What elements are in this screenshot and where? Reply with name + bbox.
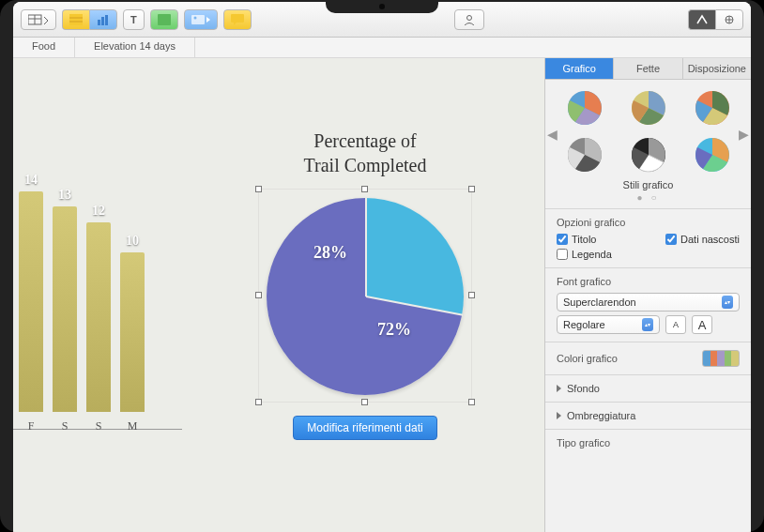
svg-point-13	[467, 15, 472, 20]
format-group	[688, 9, 743, 30]
resize-handle[interactable]	[361, 186, 368, 192]
svg-rect-3	[69, 14, 83, 25]
font-weight-select[interactable]: Regolare▴▾	[557, 315, 660, 334]
checkbox-hidden-data[interactable]: Dati nascosti	[665, 234, 740, 245]
svg-rect-7	[101, 17, 104, 25]
view-mode-group	[62, 9, 117, 30]
sheet-tab-elevation[interactable]: Elevation 14 days	[75, 38, 195, 57]
resize-handle[interactable]	[468, 399, 475, 405]
sheet-tab-food[interactable]: Food	[13, 38, 75, 57]
chart-mode-button[interactable]	[89, 9, 117, 30]
pie-chart[interactable]: 28% 72%	[267, 198, 464, 395]
section-title-options: Opzioni grafico	[557, 217, 740, 228]
inspector-tabs: Grafico Fette Disposizione	[545, 58, 751, 80]
resize-handle[interactable]	[468, 186, 475, 192]
pie-slice-label: 28%	[313, 243, 347, 263]
text-button[interactable]: T	[123, 9, 145, 30]
pie-chart-selection[interactable]: 28% 72%	[258, 189, 472, 403]
tab-layout[interactable]: Disposizione	[683, 58, 751, 80]
comment-button[interactable]	[223, 9, 252, 30]
style-swatch[interactable]	[686, 89, 739, 127]
style-swatch[interactable]	[558, 136, 611, 174]
pie-chart-title: Percentage of Trail Completed	[238, 129, 492, 177]
triangle-icon	[557, 385, 561, 392]
svg-point-11	[193, 16, 196, 19]
font-size-larger-button[interactable]: A	[692, 315, 712, 334]
svg-rect-12	[231, 14, 244, 23]
checkbox-legend[interactable]: Legenda	[557, 249, 740, 260]
styles-label: Stili grafico	[557, 179, 740, 190]
bar-label: F	[28, 419, 35, 433]
resize-handle[interactable]	[361, 399, 368, 405]
sheet-tab-bar: Food Elevation 14 days	[13, 38, 751, 58]
bar-label: S	[96, 419, 102, 433]
checkbox-title[interactable]: Titolo	[557, 234, 597, 245]
style-swatch[interactable]	[622, 89, 675, 127]
svg-rect-10	[191, 15, 205, 24]
view-menu-button[interactable]	[21, 9, 56, 30]
svg-rect-8	[105, 15, 108, 25]
section-title-colors: Colori grafico	[557, 353, 618, 364]
triangle-icon	[557, 412, 561, 419]
pie-slice-label: 72%	[377, 320, 411, 340]
bar-label: S	[62, 419, 69, 433]
styles-next-button[interactable]: ▶	[739, 127, 749, 142]
shape-button[interactable]	[150, 9, 178, 30]
organize-button[interactable]	[715, 9, 743, 30]
section-title-font: Font grafico	[557, 276, 740, 287]
resize-handle[interactable]	[255, 399, 262, 405]
resize-handle[interactable]	[255, 292, 262, 298]
bar-value: 10	[126, 234, 139, 249]
svg-rect-9	[158, 14, 171, 25]
style-swatch[interactable]	[622, 136, 675, 174]
bar-value: 13	[58, 188, 71, 203]
bar-value: 12	[92, 204, 105, 219]
bar-label: M	[128, 419, 138, 433]
bar-value: 14	[24, 173, 38, 188]
style-swatch[interactable]	[558, 89, 611, 127]
chart-styles: ◀ ▶ Stili grafico ● ○	[545, 80, 751, 208]
canvas[interactable]: 14T 14F 13S 12S 10M Percentage of Trail …	[13, 58, 544, 532]
font-size-smaller-button[interactable]: A	[665, 315, 686, 334]
svg-rect-6	[98, 20, 100, 25]
tab-slices[interactable]: Fette	[614, 58, 682, 80]
chart-colors-button[interactable]	[702, 350, 740, 367]
bar-chart[interactable]: 14T 14F 13S 12S 10M	[13, 171, 145, 433]
inspector-panel: Grafico Fette Disposizione ◀ ▶	[544, 58, 751, 532]
disclosure-shadow[interactable]: Ombreggiatura	[545, 402, 751, 429]
section-title-chart-type: Tipo grafico	[557, 437, 740, 448]
styles-prev-button[interactable]: ◀	[547, 127, 558, 142]
edit-data-button[interactable]: Modifica riferimenti dati	[293, 416, 436, 440]
resize-handle[interactable]	[468, 292, 475, 298]
media-button[interactable]	[184, 9, 218, 30]
resize-handle[interactable]	[255, 186, 262, 192]
collaborate-button[interactable]	[454, 9, 484, 30]
font-family-select[interactable]: Superclarendon▴▾	[557, 293, 740, 312]
page-dots: ● ○	[557, 192, 740, 203]
table-mode-button[interactable]	[62, 9, 89, 30]
format-button[interactable]	[688, 9, 715, 30]
tab-chart[interactable]: Grafico	[545, 58, 614, 80]
style-swatch[interactable]	[686, 136, 739, 174]
disclosure-background[interactable]: Sfondo	[545, 374, 751, 402]
